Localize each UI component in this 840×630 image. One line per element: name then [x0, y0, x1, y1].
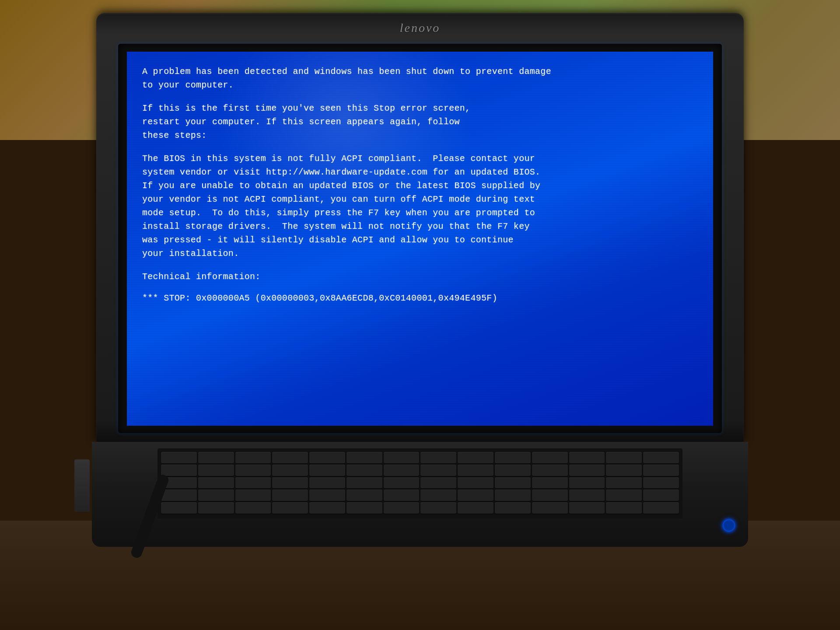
key: [643, 477, 679, 489]
key: [235, 465, 271, 476]
key: [384, 465, 420, 476]
key: [569, 477, 605, 489]
key: [161, 465, 197, 476]
key: [198, 502, 234, 514]
bsod-content: A problem has been detected and windows …: [142, 65, 698, 305]
key: [198, 465, 234, 476]
key: [346, 477, 382, 489]
key: [198, 490, 234, 501]
bsod-text-2: If this is the first time you've seen th…: [142, 103, 470, 140]
key: [532, 490, 568, 501]
key: [420, 502, 456, 514]
key: [235, 502, 271, 514]
key: [458, 465, 494, 476]
key: [161, 502, 197, 514]
bsod-screen: A problem has been detected and windows …: [127, 52, 713, 426]
key: [161, 490, 197, 501]
screen-bezel: A problem has been detected and windows …: [118, 44, 722, 433]
key: [420, 452, 456, 463]
bsod-paragraph-3: The BIOS in this system is not fully ACP…: [142, 152, 698, 260]
bsod-stop-code-section: *** STOP: 0x000000A5 (0x00000003,0x8AA6E…: [142, 291, 698, 305]
key: [309, 502, 345, 514]
bsod-text-3: The BIOS in this system is not fully ACP…: [142, 154, 540, 259]
key: [532, 477, 568, 489]
key: [643, 465, 679, 476]
key: [495, 502, 531, 514]
key: [272, 452, 308, 463]
laptop-stand: [74, 459, 90, 512]
key: [235, 452, 271, 463]
laptop-lid: lenovo A problem has been detected and w…: [96, 13, 744, 442]
key: [569, 490, 605, 501]
key: [495, 452, 531, 463]
key: [272, 477, 308, 489]
key: [420, 465, 456, 476]
key: [346, 452, 382, 463]
bsod-stop-code: *** STOP: 0x000000A5 (0x00000003,0x8AA6E…: [142, 293, 497, 303]
key: [495, 465, 531, 476]
key: [420, 477, 456, 489]
key: [384, 490, 420, 501]
key: [643, 452, 679, 463]
key: [532, 452, 568, 463]
key: [346, 490, 382, 501]
key: [161, 452, 197, 463]
key: [495, 477, 531, 489]
key: [309, 465, 345, 476]
key: [309, 477, 345, 489]
key: [198, 452, 234, 463]
key: [272, 502, 308, 514]
key: [458, 490, 494, 501]
key: [384, 477, 420, 489]
key: [569, 452, 605, 463]
laptop-base: [92, 442, 748, 547]
key: [606, 502, 642, 514]
bsod-paragraph-1: A problem has been detected and windows …: [142, 65, 698, 92]
key: [198, 477, 234, 489]
key: [606, 465, 642, 476]
key: [569, 502, 605, 514]
key: [384, 502, 420, 514]
key: [309, 452, 345, 463]
key: [272, 465, 308, 476]
key: [532, 502, 568, 514]
laptop: lenovo A problem has been detected and w…: [96, 13, 744, 617]
key: [458, 477, 494, 489]
key: [272, 490, 308, 501]
key: [346, 502, 382, 514]
power-button[interactable]: [723, 519, 735, 532]
key: [606, 490, 642, 501]
keyboard: [158, 448, 682, 518]
key: [458, 452, 494, 463]
bsod-text-1: A problem has been detected and windows …: [142, 66, 551, 90]
key: [346, 465, 382, 476]
key: [458, 502, 494, 514]
key: [569, 465, 605, 476]
lenovo-logo: lenovo: [400, 21, 441, 35]
key: [384, 452, 420, 463]
key: [643, 490, 679, 501]
key: [309, 490, 345, 501]
key: [235, 477, 271, 489]
bsod-paragraph-2: If this is the first time you've seen th…: [142, 102, 698, 142]
key: [606, 452, 642, 463]
key: [235, 490, 271, 501]
bsod-technical-section: Technical information:: [142, 270, 698, 284]
key: [495, 490, 531, 501]
key: [532, 465, 568, 476]
bsod-technical-label: Technical information:: [142, 272, 261, 282]
key: [643, 502, 679, 514]
key: [420, 490, 456, 501]
key: [606, 477, 642, 489]
